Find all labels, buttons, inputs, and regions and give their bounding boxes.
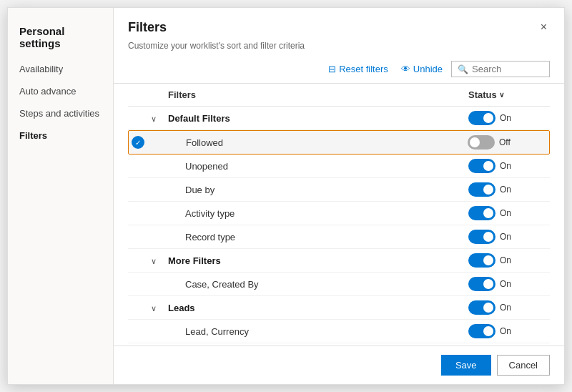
row-status-leads: On [468,300,547,315]
row-status-unopened: On [468,159,547,173]
status-label-activity-type: On [500,208,511,218]
row-status-activity-type: On [468,206,547,220]
status-label-default-filters: On [500,113,511,123]
table-row: ∨ More Filters On [128,249,550,273]
toggle-due-by[interactable] [468,182,495,197]
unhide-button[interactable]: 👁 Unhide [397,61,447,77]
col-status-header: Status ∨ [468,89,547,100]
row-name-lead-currency: Lead, Currency [168,326,468,337]
toolbar: ⊟ Reset filters 👁 Unhide 🔍 [114,57,564,84]
toggle-unopened[interactable] [468,159,495,173]
status-label-due-by: On [500,185,511,195]
eye-icon: 👁 [401,64,410,74]
row-name-record-type: Record type [168,232,468,242]
chevron-down-icon: ∨ [151,257,157,266]
search-icon: 🔍 [458,64,468,74]
check-circle-icon: ✓ [132,136,144,149]
status-label-leads: On [500,303,511,313]
row-status-case-created-by: On [468,277,547,291]
sidebar-item-availability[interactable]: Availability [8,58,113,80]
toggle-case-created-by[interactable] [468,277,495,291]
reset-filters-button[interactable]: ⊟ Reset filters [324,61,393,77]
status-label-case-created-by: On [500,279,511,289]
row-status-record-type: On [468,230,547,244]
chevron-down-icon: ∨ [151,114,157,124]
panel-header: Filters × [114,8,564,39]
panel-footer: Save Cancel [114,346,564,384]
panel-subtitle: Customize your worklist's sort and filte… [114,39,564,57]
status-label-more-filters: On [500,255,511,265]
table-row: ∨ Leads On [128,296,550,320]
toggle-leads[interactable] [468,300,495,315]
chevron-down-icon: ∨ [151,304,157,313]
settings-modal: Personal settings Availability Auto adva… [7,7,565,385]
sidebar-item-steps-activities[interactable]: Steps and activities [8,102,113,124]
table-row: ∨ Default Filters On [128,107,550,130]
main-panel: Filters × Customize your worklist's sort… [114,8,564,384]
sidebar-title: Personal settings [8,15,113,58]
col-filters-header: Filters [168,89,468,100]
table-row: Record type On [128,225,550,249]
row-status-more-filters: On [468,253,547,268]
row-status-lead-currency: On [468,324,547,338]
table-row: Lead, Currency On [128,320,550,343]
search-box: 🔍 [451,61,550,77]
row-status-followed: Off [468,135,546,150]
status-label-followed: Off [499,137,511,147]
row-name-case-created-by: Case, Created By [168,279,468,290]
toggle-record-type[interactable] [468,230,495,244]
row-status-due-by: On [468,182,547,197]
row-name-leads: Leads [168,303,468,313]
sidebar-item-filters[interactable]: Filters [8,124,113,147]
sort-icon: ∨ [499,91,504,99]
table-row: ✓ Followed Off [128,130,550,155]
row-name-followed: Followed [169,137,468,148]
sidebar: Personal settings Availability Auto adva… [8,8,114,384]
row-name-more-filters: More Filters [168,255,468,266]
table-header: Filters Status ∨ [128,84,550,107]
toggle-default-filters[interactable] [468,111,495,125]
sidebar-item-auto-advance[interactable]: Auto advance [8,80,113,102]
search-input[interactable] [472,64,543,74]
table-row: Due by On [128,178,550,202]
panel-title: Filters [128,20,167,35]
toggle-followed[interactable] [468,135,495,150]
status-label-record-type: On [500,232,511,242]
filter-table: Filters Status ∨ ∨ Default Filters [114,84,564,346]
status-label-unopened: On [500,161,511,171]
close-button[interactable]: × [538,18,550,36]
save-button[interactable]: Save [441,355,491,376]
table-row: Unopened On [128,155,550,178]
modal-backdrop: Personal settings Availability Auto adva… [0,0,572,392]
toggle-more-filters[interactable] [468,253,495,268]
row-name-unopened: Unopened [168,161,468,172]
filter-icon: ⊟ [328,64,336,74]
row-name-default-filters: Default Filters [168,113,468,124]
status-label-lead-currency: On [500,326,511,336]
row-name-due-by: Due by [168,185,468,195]
cancel-button[interactable]: Cancel [497,355,550,376]
row-status-default-filters: On [468,111,547,125]
table-row: Case, Created By On [128,273,550,296]
table-row: Activity type On [128,202,550,225]
row-name-activity-type: Activity type [168,208,468,219]
toggle-activity-type[interactable] [468,206,495,220]
toggle-lead-currency[interactable] [468,324,495,338]
